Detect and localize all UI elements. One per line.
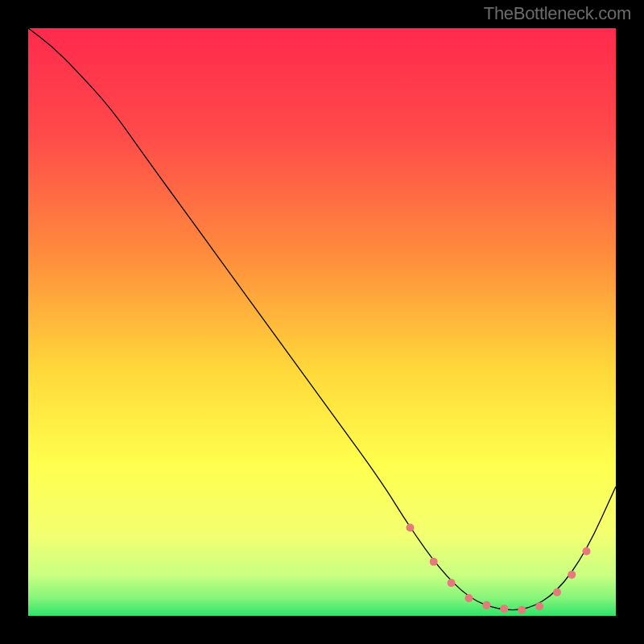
marker-point bbox=[568, 571, 576, 579]
chart-svg bbox=[28, 28, 616, 616]
marker-point bbox=[518, 606, 526, 614]
marker-point bbox=[430, 558, 438, 566]
marker-point bbox=[407, 524, 415, 532]
marker-point bbox=[553, 588, 561, 597]
marker-point bbox=[535, 602, 543, 610]
chart-frame: TheBottleneck.com bbox=[0, 0, 644, 644]
attribution-label: TheBottleneck.com bbox=[484, 3, 631, 24]
marker-point bbox=[465, 594, 473, 602]
plot-area bbox=[28, 28, 616, 616]
marker-point bbox=[500, 605, 508, 613]
marker-point bbox=[482, 601, 490, 609]
marker-point bbox=[583, 547, 591, 555]
marker-point bbox=[448, 579, 456, 587]
